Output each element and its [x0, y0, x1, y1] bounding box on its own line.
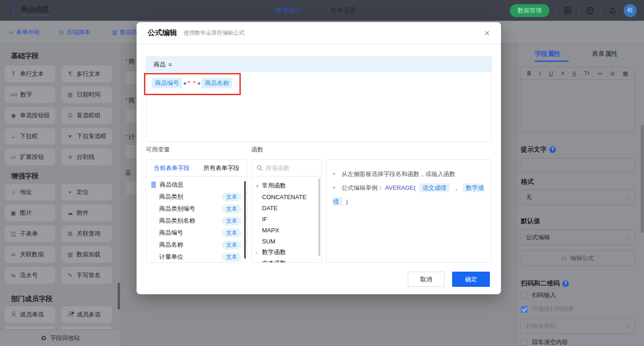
field-datetime[interactable]: ▤日期时间: [61, 86, 112, 103]
function-item[interactable]: IF: [252, 213, 321, 225]
avatar[interactable]: 检: [624, 4, 637, 17]
tab-form-settings[interactable]: 表单设置: [330, 6, 356, 15]
chevron-down-icon: ∨: [256, 183, 259, 188]
formula-target-bar: 商品 =: [146, 57, 491, 72]
function-group-math[interactable]: › 数学函数: [252, 247, 321, 258]
field-label: 附件: [77, 209, 89, 217]
backend-script-button[interactable]: ⊡ 后端脚本: [59, 21, 90, 44]
formula-help-panel: • 从左侧面板选择字段名和函数，或输入函数 • 公式编辑举例： AVERAGE(…: [326, 159, 492, 263]
field-subform[interactable]: ◫子表单: [5, 225, 55, 242]
variables-scrollbar[interactable]: [244, 181, 246, 259]
field-extend-button[interactable]: ▭扩展按钮: [5, 149, 55, 165]
sidebar-scrollbar[interactable]: [118, 283, 120, 310]
function-item[interactable]: CONCATENATE: [252, 191, 321, 202]
format-select[interactable]: 无 ⌄: [520, 189, 635, 205]
font-color-icon[interactable]: A: [572, 70, 576, 77]
field-select[interactable]: ⌄下拉框: [5, 128, 55, 145]
edit-formula-button[interactable]: ƒx 编辑公式: [520, 250, 635, 266]
field-multi-text[interactable]: ¶多行文本: [61, 66, 112, 82]
tab-field-properties[interactable]: 字段属性: [535, 50, 561, 58]
default-value-label: 默认值: [521, 217, 540, 225]
variable-item[interactable]: 商品名称文本: [146, 239, 247, 251]
align-icon[interactable]: ≡: [561, 70, 564, 77]
field-attachment[interactable]: ☁附件: [61, 205, 112, 221]
close-icon[interactable]: ✕: [484, 29, 490, 37]
field-location[interactable]: ⌖定位: [61, 184, 112, 200]
rich-text-content[interactable]: [520, 80, 635, 131]
variable-item[interactable]: 商品类别名称文本: [146, 215, 247, 227]
variable-item[interactable]: 商品编号文本: [146, 227, 247, 239]
window-scrollbar[interactable]: [641, 125, 644, 233]
help-text: 公式编辑举例：: [341, 184, 383, 191]
hint-text-input[interactable]: [520, 158, 635, 173]
data-permission-button[interactable]: ▥ 数据权: [112, 21, 138, 44]
enter-clear-label: 回车清空内容: [532, 338, 568, 346]
data-manage-button[interactable]: 数据管理: [510, 4, 549, 17]
field-lookup[interactable]: ⊞关联查询: [61, 225, 112, 242]
field-serial-number[interactable]: №流水号: [5, 267, 55, 284]
enter-clear-checkbox[interactable]: 回车清空内容: [521, 338, 568, 346]
underline-icon[interactable]: U: [549, 70, 553, 77]
help-icon[interactable]: [585, 6, 595, 15]
insert-image-icon[interactable]: ▦: [623, 70, 628, 77]
scan-mode-select[interactable]: 扫描条形码 ⌄: [520, 318, 635, 334]
formula-expression[interactable]: 商品编号 + " " + 商品名称: [146, 72, 491, 94]
function-item[interactable]: SUM: [252, 236, 321, 247]
field-single-text[interactable]: T单行文本: [5, 66, 55, 82]
functions-scrollbar[interactable]: [318, 178, 320, 256]
field-image[interactable]: ▣图片: [5, 205, 55, 221]
insert-link-icon[interactable]: ∞: [598, 70, 602, 77]
function-group-common[interactable]: ∨ 常用函数: [252, 180, 321, 191]
external-link-button[interactable]: ∞ 表单外链: [9, 21, 40, 44]
tab-current-form-fields[interactable]: 当前表单字段: [154, 164, 190, 172]
help-badge-icon[interactable]: ?: [562, 280, 569, 287]
cancel-button[interactable]: 取消: [408, 272, 445, 287]
field-radio-group[interactable]: ◉单选按钮组: [5, 107, 55, 124]
function-item[interactable]: DATE: [252, 202, 321, 213]
field-recycle-bin[interactable]: ♻ 字段回收站: [0, 329, 121, 346]
help-line: • 从左侧面板选择字段名和函数，或输入函数: [333, 167, 485, 181]
function-group-text[interactable]: › 文本函数: [252, 258, 321, 263]
field-member-single[interactable]: 成员单选: [5, 306, 55, 323]
italic-icon[interactable]: I: [539, 70, 541, 77]
divider-icon: ≡: [67, 154, 73, 160]
back-icon[interactable]: 〈: [8, 6, 16, 15]
page-title: 商品信息: [21, 5, 49, 16]
variable-item[interactable]: 商品类别文本: [146, 191, 247, 203]
help-badge-icon[interactable]: ?: [549, 146, 556, 153]
field-library-sidebar: 基础字段 T单行文本 ¶多行文本 123数字 ▤日期时间 ◉单选按钮组 ☑复选框…: [0, 44, 121, 346]
variables-group[interactable]: 商品信息: [146, 176, 247, 191]
field-number[interactable]: 123数字: [5, 86, 55, 103]
remove-link-icon[interactable]: ⊘: [610, 70, 614, 77]
function-search: [252, 160, 321, 176]
field-address[interactable]: ⌂地址: [5, 184, 55, 200]
scan-input-checkbox[interactable]: 扫码输入: [521, 291, 556, 299]
bell-icon[interactable]: [608, 6, 617, 15]
field-divider[interactable]: ≡分割线: [61, 149, 112, 165]
chevron-right-icon: ›: [256, 250, 259, 255]
variable-item[interactable]: 商品类别编号文本: [146, 203, 247, 215]
font-size-icon[interactable]: Tт: [584, 70, 590, 77]
field-chip[interactable]: 商品名称: [202, 78, 232, 88]
default-value-select[interactable]: 公式编辑 ⌄: [520, 230, 635, 245]
field-member-multi[interactable]: 成员多选: [61, 306, 112, 323]
chevron-down-icon: ⌄: [625, 323, 629, 329]
field-data-load[interactable]: ▥数据加载: [61, 246, 112, 263]
image-icon: ▣: [10, 210, 17, 216]
field-relation-data[interactable]: ∞关联数据: [5, 246, 55, 263]
contacts-icon[interactable]: [563, 6, 572, 15]
field-signature[interactable]: ✎手写签名: [61, 267, 112, 284]
field-chip[interactable]: 商品编号: [152, 78, 182, 88]
tab-form-design[interactable]: 表单设计: [276, 6, 302, 15]
bold-icon[interactable]: B: [527, 70, 531, 77]
variable-item[interactable]: 计量单位文本: [146, 251, 247, 263]
variables-tabs: 当前表单字段 所有表单字段: [146, 160, 247, 176]
function-search-input[interactable]: [266, 164, 312, 171]
confirm-button[interactable]: 确定: [452, 272, 490, 287]
tab-form-properties[interactable]: 表单属性: [592, 50, 618, 58]
tab-all-form-fields[interactable]: 所有表单字段: [203, 164, 239, 172]
field-checkbox-group[interactable]: ☑复选框组: [61, 107, 112, 124]
scan-editable-checkbox[interactable]: 可修改扫码结果: [521, 305, 574, 313]
function-item[interactable]: MAPX: [252, 225, 321, 236]
field-multi-select[interactable]: ▾下拉复选框: [61, 128, 112, 145]
